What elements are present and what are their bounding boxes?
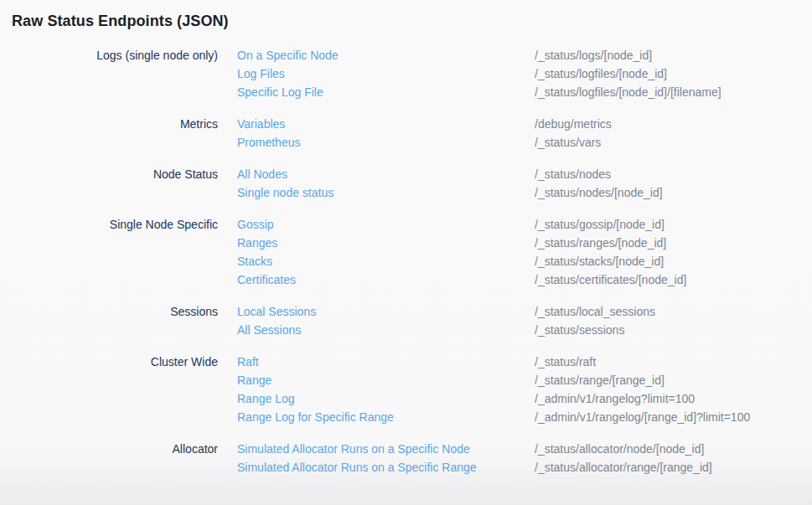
links-column: Simulated Allocator Runs on a Specific N… — [218, 440, 535, 477]
endpoint-link[interactable]: Prometheus — [237, 133, 535, 152]
endpoint-group: Node Status All NodesSingle node status … — [0, 165, 812, 202]
page-title: Raw Status Endpoints (JSON) — [0, 0, 812, 31]
endpoint-link[interactable]: Range Log — [237, 389, 535, 408]
endpoint-link[interactable]: Stacks — [237, 252, 535, 271]
links-column: GossipRangesStacksCertificates — [218, 215, 535, 289]
category-label: Logs (single node only) — [0, 46, 218, 101]
endpoint-group: Logs (single node only) On a Specific No… — [0, 46, 812, 101]
endpoint-link[interactable]: Ranges — [237, 234, 535, 252]
endpoint-path: /_status/range/[range_id] — [535, 371, 812, 389]
endpoint-path: /debug/metrics — [535, 115, 812, 133]
endpoint-link[interactable]: Single node status — [237, 183, 535, 202]
category-label: Sessions — [0, 302, 218, 339]
endpoint-link[interactable]: Log Files — [237, 64, 535, 83]
endpoint-link[interactable]: Specific Log File — [237, 83, 535, 101]
category-label: Cluster Wide — [0, 353, 218, 426]
endpoint-path: /_status/allocator/node/[node_id] — [535, 440, 812, 458]
paths-column: /_status/gossip/[node_id]/_status/ranges… — [535, 215, 812, 289]
endpoint-link[interactable]: All Nodes — [237, 165, 535, 183]
endpoint-link[interactable]: Simulated Allocator Runs on a Specific R… — [237, 458, 535, 477]
paths-column: /_status/local_sessions/_status/sessions — [535, 302, 812, 339]
endpoint-path: /_status/ranges/[node_id] — [535, 234, 812, 252]
endpoint-link[interactable]: Simulated Allocator Runs on a Specific N… — [237, 440, 535, 458]
paths-column: /_status/raft/_status/range/[range_id]/_… — [535, 353, 812, 426]
endpoint-group: Metrics VariablesPrometheus /debug/metri… — [0, 115, 812, 152]
endpoint-path: /_status/vars — [535, 133, 812, 152]
endpoint-path: /_status/nodes/[node_id] — [535, 183, 812, 202]
category-label: Allocator — [0, 440, 218, 477]
endpoint-path: /_status/raft — [535, 353, 812, 371]
endpoint-group: Allocator Simulated Allocator Runs on a … — [0, 440, 812, 477]
endpoint-path: /_status/stacks/[node_id] — [535, 252, 812, 271]
endpoint-link[interactable]: Local Sessions — [237, 302, 535, 321]
endpoint-path: /_status/allocator/range/[range_id] — [535, 458, 812, 477]
endpoint-path: /_status/nodes — [535, 165, 812, 183]
endpoints-table: Logs (single node only) On a Specific No… — [0, 31, 812, 477]
endpoint-path: /_status/logfiles/[node_id]/[filename] — [535, 83, 812, 101]
endpoint-path: /_admin/v1/rangelog?limit=100 — [535, 389, 812, 408]
endpoint-path: /_status/logs/[node_id] — [535, 46, 812, 64]
endpoint-path: /_status/gossip/[node_id] — [535, 215, 812, 234]
paths-column: /debug/metrics/_status/vars — [535, 115, 812, 152]
paths-column: /_status/logs/[node_id]/_status/logfiles… — [535, 46, 812, 101]
endpoint-link[interactable]: Range — [237, 371, 535, 389]
endpoint-path: /_admin/v1/rangelog/[range_id]?limit=100 — [535, 408, 812, 426]
paths-column: /_status/nodes/_status/nodes/[node_id] — [535, 165, 812, 202]
category-label: Metrics — [0, 115, 218, 152]
paths-column: /_status/allocator/node/[node_id]/_statu… — [535, 440, 812, 477]
endpoint-path: /_status/logfiles/[node_id] — [535, 64, 812, 83]
category-label: Single Node Specific — [0, 215, 218, 289]
endpoint-path: /_status/sessions — [535, 321, 812, 339]
links-column: VariablesPrometheus — [218, 115, 535, 152]
endpoint-link[interactable]: All Sessions — [237, 321, 535, 339]
links-column: All NodesSingle node status — [218, 165, 535, 202]
links-column: On a Specific NodeLog FilesSpecific Log … — [218, 46, 535, 101]
endpoint-group: Single Node Specific GossipRangesStacksC… — [0, 215, 812, 289]
endpoint-link[interactable]: Range Log for Specific Range — [237, 408, 535, 426]
links-column: Local SessionsAll Sessions — [218, 302, 535, 339]
endpoint-link[interactable]: Variables — [237, 115, 535, 133]
category-label: Node Status — [0, 165, 218, 202]
endpoint-path: /_status/certificates/[node_id] — [535, 271, 812, 289]
endpoint-group: Sessions Local SessionsAll Sessions /_st… — [0, 302, 812, 339]
endpoint-group: Cluster Wide RaftRangeRange LogRange Log… — [0, 353, 812, 426]
endpoint-link[interactable]: On a Specific Node — [237, 46, 535, 64]
endpoint-link[interactable]: Raft — [237, 353, 535, 371]
endpoint-link[interactable]: Gossip — [237, 215, 535, 234]
links-column: RaftRangeRange LogRange Log for Specific… — [218, 353, 535, 426]
endpoint-path: /_status/local_sessions — [535, 302, 812, 321]
endpoint-link[interactable]: Certificates — [237, 271, 535, 289]
